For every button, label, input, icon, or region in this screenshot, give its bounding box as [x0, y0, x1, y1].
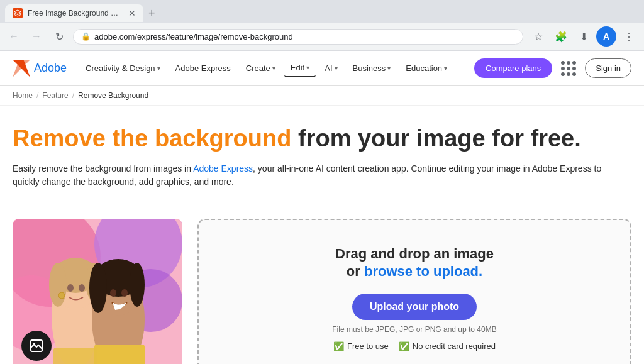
adobe-logo-icon	[13, 60, 30, 77]
active-tab[interactable]: Free Image Background Remo... ✕	[5, 4, 143, 22]
browse-link[interactable]: browse to upload.	[364, 263, 482, 279]
main-nav: Creativity & Design ▾ Adobe Express Crea…	[79, 59, 462, 77]
breadcrumb-home[interactable]: Home	[13, 91, 33, 100]
adobe-express-link[interactable]: Adobe Express	[193, 163, 253, 174]
nav-create[interactable]: Create ▾	[240, 60, 282, 77]
free-to-use-badge: ✅ Free to use	[333, 341, 389, 351]
hero-title-remove: Remove the background	[13, 125, 291, 152]
profile-avatar[interactable]: A	[596, 26, 616, 47]
demo-image	[13, 219, 182, 364]
new-tab-button[interactable]: +	[143, 7, 160, 20]
svg-point-13	[79, 284, 85, 292]
check-circle-icon-2: ✅	[399, 341, 409, 351]
refresh-button[interactable]: ↻	[50, 28, 68, 45]
adobe-logo[interactable]: Adobe	[13, 60, 67, 77]
chevron-down-icon: ▾	[387, 65, 391, 72]
svg-point-23	[58, 292, 65, 299]
tab-favicon	[13, 8, 23, 18]
apps-grid-button[interactable]	[558, 58, 579, 79]
sign-in-button[interactable]: Sign in	[585, 58, 631, 78]
nav-creativity-design[interactable]: Creativity & Design ▾	[79, 60, 167, 77]
upload-hint: File must be JPEG, JPG or PNG and up to …	[332, 325, 496, 334]
breadcrumb-current: Remove Background	[78, 91, 148, 100]
menu-button[interactable]: ⋮	[619, 26, 639, 47]
chevron-down-icon: ▾	[157, 65, 160, 72]
upload-button[interactable]: Upload your photo	[352, 294, 477, 320]
nav-education[interactable]: Education ▾	[399, 60, 453, 77]
svg-rect-22	[53, 348, 97, 364]
breadcrumb-separator: /	[36, 91, 38, 100]
upload-drag-title: Drag and drop an image or browse to uplo…	[335, 245, 494, 281]
forward-button[interactable]: →	[28, 28, 45, 45]
no-credit-card-badge: ✅ No credit card required	[399, 341, 496, 351]
image-edit-icon[interactable]	[21, 331, 52, 361]
hero-title: Remove the background from your image fo…	[13, 124, 631, 153]
tab-title: Free Image Background Remo...	[28, 9, 123, 18]
check-circle-icon: ✅	[333, 341, 344, 351]
svg-point-20	[121, 289, 128, 297]
downloads-button[interactable]: ⬇	[574, 26, 594, 47]
address-bar[interactable]: 🔒 adobe.com/express/feature/image/remove…	[73, 29, 523, 45]
adobe-wordmark: Adobe	[34, 62, 67, 75]
svg-point-19	[110, 289, 116, 297]
nav-business[interactable]: Business ▾	[347, 60, 397, 77]
nav-ai[interactable]: AI ▾	[318, 60, 343, 77]
tab-close-button[interactable]: ✕	[128, 8, 136, 18]
bookmark-button[interactable]: ☆	[528, 26, 548, 47]
upload-area[interactable]: Drag and drop an image or browse to uplo…	[197, 219, 631, 364]
svg-point-18	[130, 263, 145, 307]
lock-icon: 🔒	[81, 32, 91, 41]
breadcrumb-separator: /	[72, 91, 74, 100]
grid-dots-icon	[561, 61, 576, 76]
site-header: Adobe Creativity & Design ▾ Adobe Expres…	[0, 51, 644, 86]
chevron-down-icon: ▾	[335, 65, 338, 72]
upload-badges: ✅ Free to use ✅ No credit card required	[333, 341, 496, 351]
nav-edit[interactable]: Edit ▾	[284, 59, 316, 77]
browser-tabs: Free Image Background Remo... ✕ +	[0, 0, 644, 23]
chevron-down-icon: ▾	[444, 65, 447, 72]
hero-title-rest: from your image for free.	[298, 125, 581, 152]
svg-point-12	[67, 284, 74, 292]
browser-chrome: Free Image Background Remo... ✕ + ← → ↻ …	[0, 0, 644, 51]
back-button[interactable]: ←	[5, 28, 23, 45]
demo-area: 👆 Drag and drop an image or br	[0, 219, 644, 364]
chevron-down-icon: ▾	[306, 64, 309, 71]
browser-toolbar-icons: ☆ 🧩 ⬇ A ⋮	[528, 26, 639, 47]
chevron-down-icon: ▾	[272, 65, 275, 72]
compare-plans-button[interactable]: Compare plans	[474, 58, 552, 78]
svg-point-17	[89, 263, 107, 313]
svg-point-10	[49, 263, 67, 307]
url-text: adobe.com/express/feature/image/remove-b…	[94, 32, 515, 41]
nav-adobe-express[interactable]: Adobe Express	[169, 60, 237, 77]
breadcrumb-feature[interactable]: Feature	[42, 91, 68, 100]
svg-rect-21	[94, 345, 145, 364]
header-right: Compare plans Sign in	[474, 58, 631, 79]
demo-image-container: 👆	[13, 219, 182, 364]
extensions-button[interactable]: 🧩	[551, 26, 571, 47]
browser-toolbar: ← → ↻ 🔒 adobe.com/express/feature/image/…	[0, 23, 644, 50]
main-content: Remove the background from your image fo…	[0, 106, 644, 219]
hero-description: Easily remove the background from images…	[13, 162, 616, 189]
breadcrumb: Home / Feature / Remove Background	[0, 86, 644, 106]
